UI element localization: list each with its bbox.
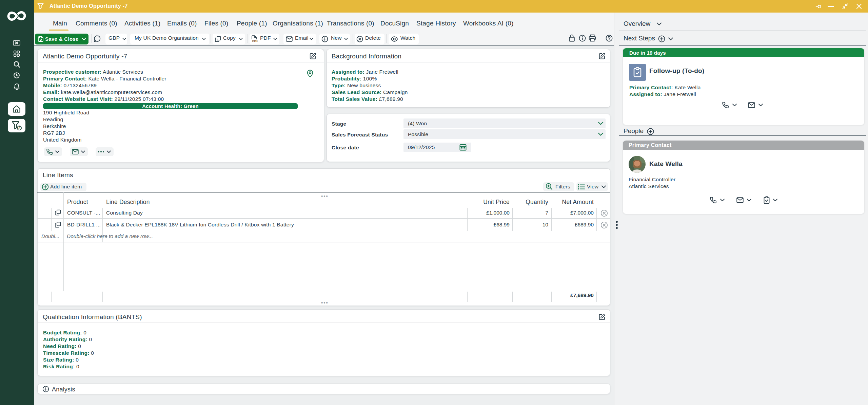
svg-text:2: 2: [18, 126, 21, 130]
svg-text:PDF: PDF: [252, 39, 258, 43]
